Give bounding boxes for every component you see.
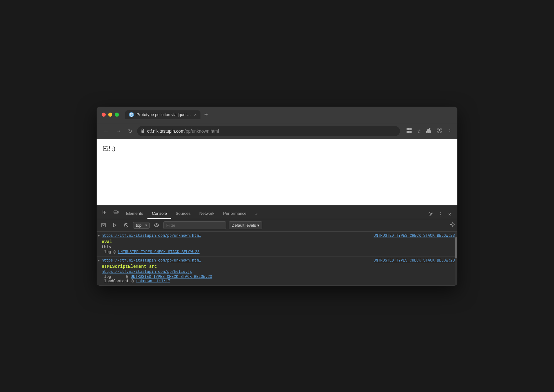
close-button[interactable] xyxy=(102,113,106,117)
console-settings-icon[interactable] xyxy=(450,222,455,228)
devtools-settings-icon[interactable] xyxy=(427,210,434,219)
web-content: Hi! :) xyxy=(97,139,457,205)
new-tab-button[interactable]: + xyxy=(202,111,210,118)
console-entry2-load-line: loadContent @ unknown.html:17 xyxy=(102,279,455,283)
console-entry1-value: eval xyxy=(102,239,455,244)
console-entry1-stack-ref[interactable]: UNTRUSTED_TYPES_CHECK_STACK_BELOW:23 xyxy=(374,234,455,238)
tab-favicon xyxy=(129,112,134,117)
back-button[interactable]: ← xyxy=(102,127,110,136)
console-entry1-log-keyword: log xyxy=(104,250,111,254)
console-entry2-load-keyword: loadContent xyxy=(104,279,129,283)
svg-point-14 xyxy=(430,213,431,215)
minimize-button[interactable] xyxy=(108,113,112,117)
console-entry2-log-keyword: log xyxy=(104,275,111,279)
console-entry1-log-line: log @ UNTRUSTED_TYPES_CHECK_STACK_BELOW:… xyxy=(102,250,455,254)
console-entry2-log-at: @ xyxy=(126,275,128,279)
menu-icon[interactable]: ⋮ xyxy=(447,128,452,134)
svg-rect-6 xyxy=(407,131,409,133)
tab-bar: Prototype pollution via jquery-c × + xyxy=(125,110,452,119)
console-entry2-log-line: log @ UNTRUSTED_TYPES_CHECK_STACK_BELOW:… xyxy=(102,275,455,279)
svg-rect-5 xyxy=(409,128,412,130)
svg-point-10 xyxy=(439,129,440,131)
console-entry2-source-url[interactable]: https://ctf.nikitastupin.com/pp/unknown.… xyxy=(102,258,201,263)
tab-sources[interactable]: Sources xyxy=(171,209,195,219)
levels-button[interactable]: Default levels ▾ xyxy=(229,221,262,229)
star-icon[interactable]: ☆ xyxy=(417,128,421,134)
toolbar-icons: ☆ ⋮ xyxy=(406,128,452,135)
devtools-panel: Elements Console Sources Network Perform… xyxy=(97,205,457,286)
context-select-input[interactable]: top xyxy=(133,222,150,229)
console-entry2-stack-ref[interactable]: UNTRUSTED_TYPES_CHECK_STACK_BELOW:23 xyxy=(374,258,455,263)
tab-network[interactable]: Network xyxy=(195,209,219,219)
title-bar: Prototype pollution via jquery-c × + xyxy=(97,107,457,123)
lock-icon xyxy=(141,129,145,134)
console-entry2-link[interactable]: https://ctf.nikitastupin.com/pp/hello.js xyxy=(102,270,192,274)
devtools-more-icon[interactable]: ⋮ xyxy=(437,210,445,219)
extensions-icon[interactable] xyxy=(426,128,432,135)
filter-input[interactable] xyxy=(163,221,226,229)
scrollbar-track[interactable] xyxy=(455,232,457,286)
page-greeting: Hi! :) xyxy=(103,146,115,152)
console-toolbar: top ▼ Default levels ▾ xyxy=(97,219,457,232)
browser-window: Prototype pollution via jquery-c × + ← →… xyxy=(97,107,457,286)
svg-point-23 xyxy=(452,224,453,225)
devtools-actions: ⋮ × xyxy=(427,210,455,219)
devtools-tab-bar: Elements Console Sources Network Perform… xyxy=(97,205,457,219)
console-output-wrapper: https://ctf.nikitastupin.com/pp/unknown.… xyxy=(97,232,457,286)
address-domain: ctf.nikitastupin.com xyxy=(147,129,184,134)
svg-rect-7 xyxy=(409,131,412,133)
console-entry-2: https://ctf.nikitastupin.com/pp/unknown.… xyxy=(97,257,457,286)
run-button[interactable] xyxy=(110,221,119,230)
svg-rect-11 xyxy=(114,211,117,213)
grid-icon[interactable] xyxy=(406,128,412,135)
console-entry1-log-at: @ xyxy=(114,250,116,254)
traffic-lights xyxy=(102,113,119,117)
tab-console[interactable]: Console xyxy=(147,209,171,219)
forward-button[interactable]: → xyxy=(114,127,123,136)
svg-marker-18 xyxy=(114,224,116,227)
reload-button[interactable]: ↻ xyxy=(127,127,133,135)
console-entry-1: https://ctf.nikitastupin.com/pp/unknown.… xyxy=(97,232,457,257)
svg-rect-12 xyxy=(117,211,118,213)
console-entry1-label: this xyxy=(102,245,455,249)
block-icon[interactable] xyxy=(122,221,131,230)
console-entry1-log-ref[interactable]: UNTRUSTED_TYPES_CHECK_STACK_BELOW:23 xyxy=(118,250,200,254)
console-entry2-load-ref[interactable]: unknown.html:17 xyxy=(136,279,170,283)
eye-button[interactable] xyxy=(152,221,161,230)
console-source-line-1: https://ctf.nikitastupin.com/pp/unknown.… xyxy=(102,234,455,238)
address-bar-container: ← → ↻ ctf.nikitastupin.com/pp/unknown.ht… xyxy=(97,123,457,139)
console-entry2-load-at: @ xyxy=(131,279,134,283)
maximize-button[interactable] xyxy=(115,113,119,117)
devtools-close-icon[interactable]: × xyxy=(447,210,452,219)
console-output: https://ctf.nikitastupin.com/pp/unknown.… xyxy=(97,232,457,286)
svg-rect-3 xyxy=(141,130,144,133)
clear-console-button[interactable] xyxy=(99,221,108,230)
address-bar[interactable]: ctf.nikitastupin.com/pp/unknown.html xyxy=(137,126,400,136)
scrollbar-thumb[interactable] xyxy=(455,237,457,259)
tab-elements[interactable]: Elements xyxy=(122,209,147,219)
tab-more[interactable]: » xyxy=(251,209,262,219)
address-text: ctf.nikitastupin.com/pp/unknown.html xyxy=(147,129,396,134)
svg-point-22 xyxy=(156,225,157,226)
address-path: /pp/unknown.html xyxy=(184,129,219,134)
tab-title: Prototype pollution via jquery-c xyxy=(136,112,192,117)
profile-icon[interactable] xyxy=(437,128,442,135)
svg-rect-4 xyxy=(407,128,409,130)
device-toolbar-button[interactable] xyxy=(111,208,121,218)
console-entry2-value-link: https://ctf.nikitastupin.com/pp/hello.js xyxy=(102,270,455,274)
tab-performance[interactable]: Performance xyxy=(219,209,251,219)
console-entry2-value: HTMLScriptElement src xyxy=(102,264,455,269)
inspect-element-button[interactable] xyxy=(100,208,110,218)
console-entry1-source-url[interactable]: https://ctf.nikitastupin.com/pp/unknown.… xyxy=(102,234,201,238)
console-source-line-2: https://ctf.nikitastupin.com/pp/unknown.… xyxy=(102,258,455,263)
context-selector[interactable]: top ▼ xyxy=(133,222,150,229)
active-tab[interactable]: Prototype pollution via jquery-c × xyxy=(125,110,200,119)
console-entry2-log-ref[interactable]: UNTRUSTED_TYPES_CHECK_STACK_BELOW:23 xyxy=(131,275,212,279)
tab-close-button[interactable]: × xyxy=(194,112,197,117)
